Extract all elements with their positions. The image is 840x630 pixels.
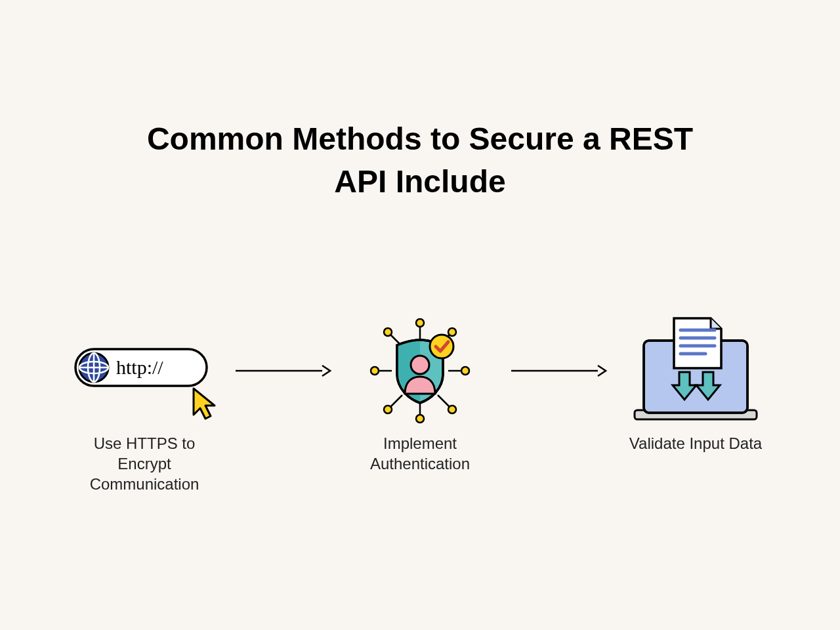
- svg-point-16: [461, 367, 469, 375]
- item-authentication: Implement Authentication: [335, 308, 505, 474]
- auth-icon: [358, 308, 482, 433]
- svg-point-12: [448, 328, 456, 336]
- svg-point-10: [384, 328, 392, 336]
- svg-point-20: [448, 406, 456, 413]
- svg-point-8: [416, 319, 424, 327]
- validate-icon: [627, 308, 765, 433]
- http-label: http://: [116, 356, 163, 378]
- item-label: Use HTTPS to Encrypt Communication: [59, 433, 230, 495]
- svg-point-14: [371, 367, 379, 375]
- item-label: Implement Authentication: [335, 433, 505, 474]
- http-icon: http://: [69, 308, 220, 433]
- svg-line-19: [438, 395, 450, 407]
- svg-point-22: [416, 415, 424, 423]
- item-validate: Validate Input Data: [610, 308, 781, 453]
- svg-point-23: [411, 356, 429, 374]
- diagram-row: http:// Use HTTPS to Encrypt Communicati…: [0, 308, 840, 495]
- arrow-icon: [505, 308, 610, 433]
- svg-point-24: [430, 335, 453, 358]
- item-label: Validate Input Data: [623, 433, 768, 453]
- svg-point-18: [384, 406, 392, 413]
- svg-line-17: [390, 395, 402, 407]
- arrow-icon: [230, 308, 335, 433]
- page-title: Common Methods to Secure a REST API Incl…: [0, 118, 840, 203]
- item-https: http:// Use HTTPS to Encrypt Communicati…: [59, 308, 230, 495]
